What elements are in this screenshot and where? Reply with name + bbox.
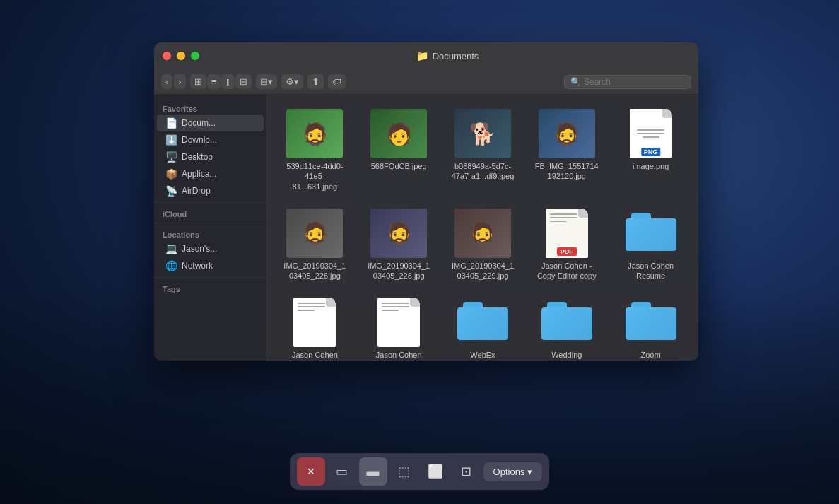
file-item-img5[interactable]: PNG image.png: [611, 103, 690, 197]
file-name-folder1: Jason Cohen Resume: [619, 261, 683, 281]
sidebar-item-jasons-mac[interactable]: 💻 Jason's...: [157, 240, 264, 257]
file-thumbnail-img6: 🧔: [286, 209, 343, 258]
sidebar-item-documents[interactable]: 📄 Docum...: [157, 115, 264, 131]
desktop-icon: 🖥️: [165, 151, 177, 163]
icon-view-button[interactable]: ⊞: [190, 74, 206, 89]
folder-icon-folder2: [457, 302, 508, 343]
folder-icon-folder3: [541, 302, 592, 343]
file-thumbnail-img4: 🧔: [539, 109, 595, 158]
share-button[interactable]: ⬆: [307, 74, 324, 89]
file-item-img7[interactable]: 🧔 IMG_20190304_103405_228.jpg: [360, 203, 438, 287]
file-thumbnail-doc2: [370, 298, 427, 347]
screen-btn-3[interactable]: ⬚: [390, 457, 418, 486]
file-thumbnail-pdf1: PDF: [539, 209, 595, 258]
file-thumbnail-img3: 🐕: [454, 109, 511, 158]
file-item-doc1[interactable]: Jason Cohen Resume: [276, 292, 354, 361]
file-item-img8[interactable]: 🧔 IMG_20190304_103405_229.jpg: [444, 203, 522, 287]
sidebar-item-desktop[interactable]: 🖥️ Desktop: [157, 148, 264, 165]
sidebar-item-label-applications: Applica...: [182, 169, 216, 179]
file-thumbnail-img7: 🧔: [370, 209, 427, 258]
file-thumbnail-img5: PNG: [623, 109, 679, 158]
screen-btn-2[interactable]: ▬: [359, 457, 387, 486]
doc-icon-doc1: [293, 298, 336, 347]
action-button[interactable]: ⚙▾: [281, 74, 303, 89]
close-control-button[interactable]: ✕: [297, 457, 325, 486]
close-button[interactable]: [163, 52, 171, 60]
sidebar-item-label-mac: Jason's...: [182, 244, 217, 254]
airdrop-icon: 📡: [165, 185, 177, 197]
nav-buttons: ‹ ›: [161, 74, 186, 89]
mac-icon: 💻: [165, 243, 177, 254]
file-item-folder2[interactable]: WebEx: [444, 292, 522, 361]
file-item-img3[interactable]: 🐕 b088949a-5d7c-47a7-a1...df9.jpeg: [444, 103, 522, 197]
screen-btn-1[interactable]: ▭: [328, 457, 356, 486]
file-item-doc2[interactable]: Jason Cohen Resume (Comics): [360, 292, 438, 361]
documents-icon: 📄: [165, 117, 177, 129]
back-button[interactable]: ‹: [161, 74, 172, 89]
tags-label: Tags: [154, 281, 266, 295]
bottom-bar: ✕ ▭ ▬ ⬚ ⬜ ⊡ Options ▾: [290, 453, 550, 490]
file-thumbnail-folder4: [623, 298, 679, 347]
tag-button[interactable]: 🏷: [328, 74, 346, 89]
file-name-pdf1: Jason Cohen - Copy Editor copy: [535, 261, 599, 281]
file-name-img7: IMG_20190304_103405_228.jpg: [367, 261, 430, 281]
downloads-icon: ⬇️: [165, 134, 177, 146]
file-item-img2[interactable]: 🧑 568FQdCB.jpeg: [360, 103, 438, 197]
options-label: Options: [493, 467, 525, 477]
window-title: Documents: [433, 51, 479, 61]
search-icon: 🔍: [570, 77, 581, 87]
sidebar-item-label-desktop: Desktop: [182, 152, 213, 162]
file-thumbnail-folder3: [539, 298, 595, 347]
file-thumbnail-img1: 🧔: [286, 109, 343, 158]
search-input[interactable]: [584, 77, 685, 87]
toolbar: ‹ › ⊞ ≡ ⫿ ⊟ ⊞▾ ⚙▾ ⬆ 🏷 🔍: [154, 69, 698, 95]
list-view-button[interactable]: ≡: [207, 74, 221, 89]
sidebar-divider-1: [154, 202, 266, 203]
sidebar-divider-2: [154, 223, 266, 223]
file-name-img6: IMG_20190304_103405_226.jpg: [283, 261, 346, 281]
sidebar-item-airdrop[interactable]: 📡 AirDrop: [157, 182, 264, 199]
file-name-folder3: Wedding: [551, 350, 582, 360]
options-button[interactable]: Options ▾: [483, 462, 543, 481]
view-buttons: ⊞ ≡ ⫿ ⊟: [190, 74, 252, 89]
sidebar-divider-3: [154, 277, 266, 278]
view-options-button[interactable]: ⊞▾: [256, 74, 277, 89]
file-item-pdf1[interactable]: PDF Jason Cohen - Copy Editor copy: [527, 203, 606, 287]
file-name-img2: 568FQdCB.jpeg: [371, 161, 427, 171]
folder-icon-title: 📁: [416, 50, 428, 61]
file-item-img6[interactable]: 🧔 IMG_20190304_103405_226.jpg: [276, 203, 354, 287]
file-name-img5: image.png: [633, 161, 669, 171]
favorites-label: Favorites: [154, 100, 266, 115]
sidebar-item-label-network: Network: [182, 261, 213, 271]
file-item-folder4[interactable]: Zoom: [611, 292, 690, 361]
forward-button[interactable]: ›: [174, 74, 185, 89]
finder-window: 📁 Documents ‹ › ⊞ ≡ ⫿ ⊟ ⊞▾ ⚙▾ ⬆ 🏷 🔍 Favo…: [154, 42, 698, 361]
icloud-label: iCloud: [154, 206, 266, 220]
minimize-button[interactable]: [177, 52, 185, 60]
file-name-img1: 539d11ce-4dd0-41e5-81...631.jpeg: [283, 161, 346, 192]
doc-icon-doc2: [377, 298, 420, 347]
options-chevron: ▾: [527, 467, 532, 477]
file-item-folder3[interactable]: Wedding: [527, 292, 606, 361]
file-grid: 🧔 539d11ce-4dd0-41e5-81...631.jpeg 🧑 568…: [267, 95, 698, 361]
file-item-img1[interactable]: 🧔 539d11ce-4dd0-41e5-81...631.jpeg: [276, 103, 354, 197]
screen-btn-5[interactable]: ⊡: [452, 457, 481, 486]
sidebar-item-applications[interactable]: 📦 Applica...: [157, 165, 264, 182]
sidebar-item-label-airdrop: AirDrop: [182, 186, 211, 196]
gallery-view-button[interactable]: ⊟: [235, 74, 252, 89]
file-name-doc2: Jason Cohen Resume (Comics): [367, 350, 430, 361]
screen-btn-4[interactable]: ⬜: [421, 457, 450, 486]
file-name-img3: b088949a-5d7c-47a7-a1...df9.jpeg: [451, 161, 515, 182]
sidebar-item-downloads[interactable]: ⬇️ Downlo...: [157, 131, 264, 148]
pdf-doc-icon: PDF: [546, 209, 588, 258]
file-item-img4[interactable]: 🧔 FB_IMG_1551714192120.jpg: [527, 103, 606, 197]
file-thumbnail-doc1: [286, 298, 343, 347]
folder-icon-folder4: [626, 302, 676, 343]
sidebar-item-network[interactable]: 🌐 Network: [157, 257, 264, 274]
column-view-button[interactable]: ⫿: [221, 74, 235, 89]
file-name-doc1: Jason Cohen Resume: [283, 350, 346, 361]
maximize-button[interactable]: [191, 52, 199, 60]
file-name-img8: IMG_20190304_103405_229.jpg: [451, 261, 515, 281]
sidebar-item-label-downloads: Downlo...: [182, 135, 217, 145]
file-item-folder1[interactable]: Jason Cohen Resume: [611, 203, 690, 287]
